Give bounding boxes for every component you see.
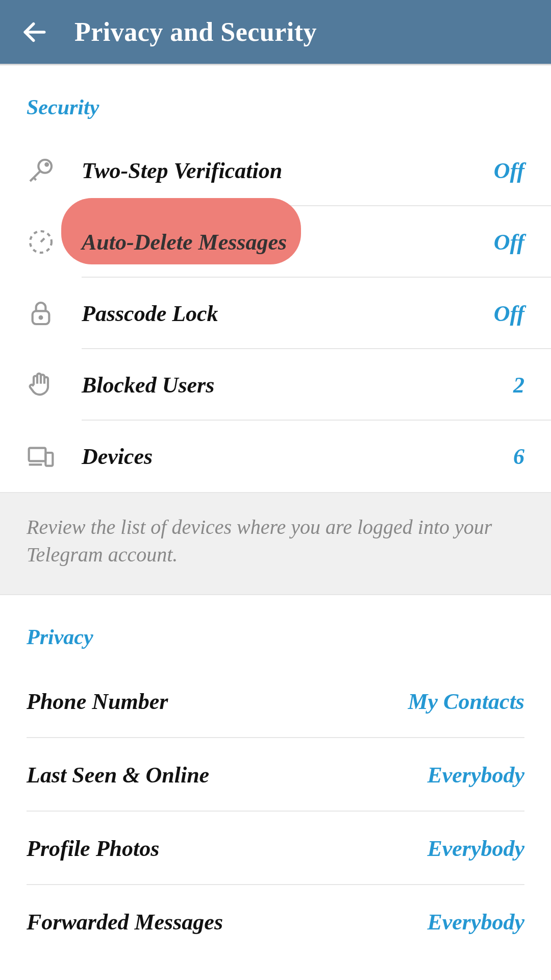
svg-rect-11 (45, 453, 53, 466)
row-devices[interactable]: Devices 6 (0, 421, 551, 492)
page-title: Privacy and Security (74, 17, 317, 47)
svg-point-1 (38, 160, 52, 173)
svg-rect-9 (29, 448, 46, 461)
row-value: 6 (513, 444, 524, 470)
svg-line-6 (41, 238, 44, 242)
section-header-privacy: Privacy (0, 595, 551, 665)
row-value: Everybody (427, 762, 524, 788)
row-value: Off (494, 229, 524, 255)
section-description: Review the list of devices where you are… (0, 492, 551, 595)
svg-line-4 (34, 178, 36, 180)
row-value: Off (494, 158, 524, 184)
row-passcode-lock[interactable]: Passcode Lock Off (0, 278, 551, 349)
row-label: Blocked Users (82, 372, 513, 398)
row-blocked-users[interactable]: Blocked Users 2 (0, 349, 551, 421)
row-label: Auto-Delete Messages (82, 229, 494, 255)
row-label: Forwarded Messages (27, 909, 427, 935)
section-header-security: Security (0, 65, 551, 135)
row-forwarded-messages[interactable]: Forwarded Messages Everybody (0, 885, 551, 959)
row-last-seen[interactable]: Last Seen & Online Everybody (0, 738, 551, 812)
app-header: Privacy and Security (0, 0, 551, 65)
svg-point-8 (40, 316, 42, 319)
row-label: Devices (82, 444, 513, 470)
svg-point-2 (45, 163, 48, 166)
row-value: My Contacts (408, 689, 524, 715)
timer-icon (27, 228, 82, 256)
row-profile-photos[interactable]: Profile Photos Everybody (0, 812, 551, 885)
row-label: Profile Photos (27, 836, 427, 862)
row-label: Passcode Lock (82, 301, 494, 327)
devices-icon (27, 442, 82, 471)
key-icon (27, 156, 82, 185)
lock-icon (27, 299, 82, 328)
hand-icon (27, 371, 82, 399)
row-value: 2 (513, 372, 524, 398)
row-label: Two-Step Verification (82, 158, 494, 184)
back-arrow-icon[interactable] (20, 18, 49, 46)
row-value: Everybody (427, 836, 524, 862)
row-auto-delete-messages[interactable]: Auto-Delete Messages Off (0, 206, 551, 278)
row-value: Off (494, 301, 524, 327)
row-label: Phone Number (27, 689, 408, 715)
row-value: Everybody (427, 909, 524, 935)
row-two-step-verification[interactable]: Two-Step Verification Off (0, 135, 551, 206)
row-phone-number[interactable]: Phone Number My Contacts (0, 665, 551, 738)
row-label: Last Seen & Online (27, 762, 427, 788)
